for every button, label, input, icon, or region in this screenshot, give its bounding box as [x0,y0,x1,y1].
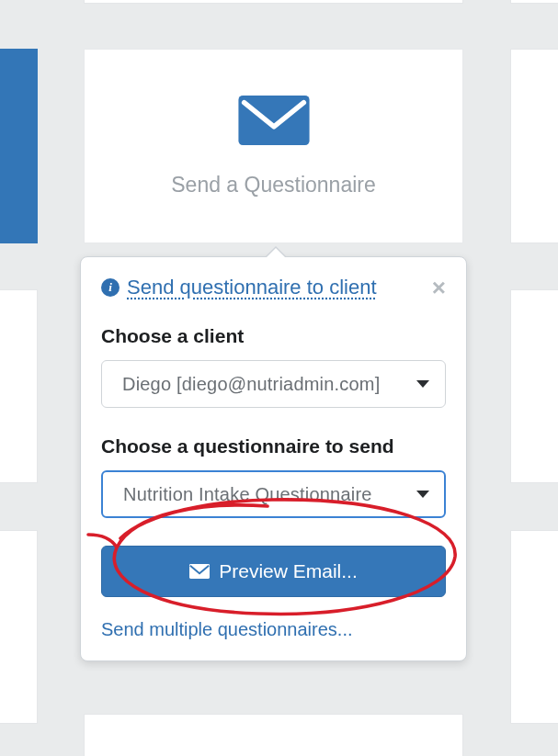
popover-header: i Send questionnaire to client × [101,276,446,299]
envelope-icon [238,96,310,145]
send-questionnaire-popover: i Send questionnaire to client × Choose … [80,256,467,661]
client-label: Choose a client [101,325,446,347]
client-select-wrap: Diego [diego@nutriadmin.com] [101,360,446,408]
bg-tile [510,530,558,724]
info-icon: i [101,278,120,297]
client-select[interactable]: Diego [diego@nutriadmin.com] [101,360,446,408]
preview-email-label: Preview Email... [219,560,358,582]
questionnaire-label: Choose a questionnaire to send [101,435,446,457]
preview-email-button[interactable]: Preview Email... [101,546,446,597]
popover-title-link[interactable]: i Send questionnaire to client [101,276,377,299]
bg-tile [510,0,558,4]
bg-tile [84,0,463,4]
bg-tile [0,530,38,724]
questionnaire-select[interactable]: Nutrition Intake Questionnaire [101,470,446,518]
bg-tile [0,289,38,483]
bg-tile-active [0,49,38,243]
card-title: Send a Questionnaire [171,173,376,197]
bg-tile [510,49,558,243]
popover-title: Send questionnaire to client [127,276,377,299]
send-multiple-link[interactable]: Send multiple questionnaires... [101,619,353,640]
bg-tile [84,714,463,756]
send-questionnaire-card[interactable]: Send a Questionnaire [84,49,463,243]
bg-tile [510,289,558,483]
questionnaire-select-wrap: Nutrition Intake Questionnaire [101,470,446,518]
envelope-icon [189,564,210,579]
popover-arrow [265,246,287,257]
close-button[interactable]: × [432,276,446,299]
